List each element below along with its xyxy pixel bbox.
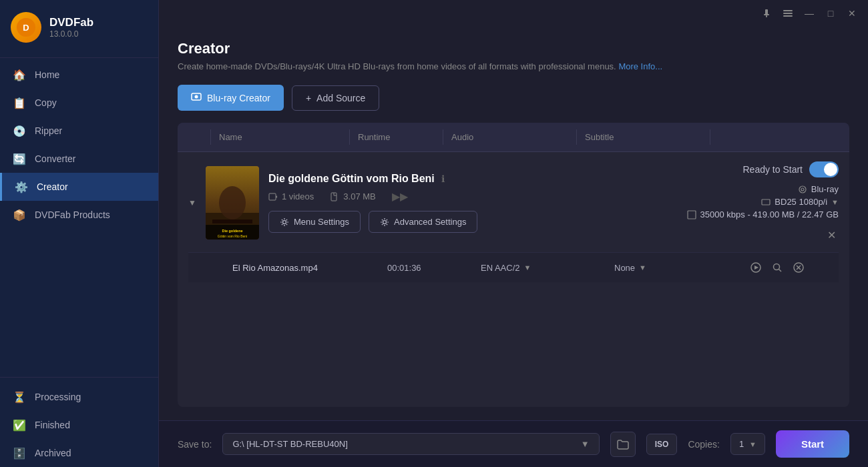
svg-point-22	[799, 186, 806, 193]
pin-button[interactable]	[757, 4, 776, 23]
bluray-creator-button[interactable]: Blu-ray Creator	[178, 85, 284, 111]
menu-button[interactable]	[779, 4, 797, 23]
sidebar-item-processing[interactable]: ⏳ Processing	[0, 383, 158, 411]
menu-settings-label: Menu Settings	[294, 217, 349, 227]
start-label: Start	[801, 438, 824, 450]
toggle-knob	[824, 163, 837, 176]
file-play-button[interactable]	[748, 260, 764, 276]
menu-settings-button[interactable]: Menu Settings	[268, 211, 361, 233]
svg-rect-7	[783, 15, 793, 17]
main-content: — □ ✕ Creator Create home-made DVDs/Blu-…	[159, 0, 868, 467]
add-source-button[interactable]: + Add Source	[292, 85, 379, 111]
svg-rect-25	[688, 211, 696, 219]
sidebar-item-label-archived: Archived	[35, 448, 71, 458]
sidebar-divider-bottom	[0, 377, 158, 378]
app-logo: D	[11, 12, 41, 43]
svg-rect-5	[783, 10, 793, 11]
svg-line-29	[779, 270, 782, 272]
file-actions	[748, 260, 828, 276]
iso-button[interactable]: ISO	[646, 434, 678, 455]
format-type-label: Blu-ray	[811, 184, 839, 194]
svg-point-9	[195, 95, 198, 99]
bottom-bar: Save to: G:\ [HL-DT-ST BD-REBU40N] ▼ ISO…	[159, 420, 868, 467]
file-audio[interactable]: EN AAC/2 ▼	[481, 263, 614, 273]
content-table: Name Runtime Audio Subtitle ▼	[178, 123, 849, 407]
save-path-text: G:\ [HL-DT-ST BD-REBU40N]	[232, 439, 347, 449]
sidebar-item-converter[interactable]: 🔄 Converter	[0, 145, 158, 173]
advanced-settings-button[interactable]: Advanced Settings	[369, 211, 477, 233]
start-button[interactable]: Start	[776, 430, 849, 458]
th-collapse	[178, 129, 211, 145]
th-actions	[710, 129, 849, 145]
sidebar-item-label-creator: Creator	[37, 181, 68, 192]
svg-point-23	[801, 188, 804, 191]
sidebar-item-home[interactable]: 🏠 Home	[0, 61, 158, 89]
save-path-selector[interactable]: G:\ [HL-DT-ST BD-REBU40N] ▼	[222, 433, 599, 455]
copies-chevron-icon: ▼	[749, 440, 756, 448]
folder-browse-button[interactable]	[610, 432, 636, 457]
copies-value: 1	[739, 439, 744, 449]
ready-status: Ready to Start	[743, 161, 839, 177]
finished-icon: ✅	[13, 419, 25, 431]
svg-marker-27	[754, 266, 758, 270]
table-header: Name Runtime Audio Subtitle	[178, 123, 849, 152]
maximize-button[interactable]: □	[821, 4, 840, 23]
movie-row: ▼	[178, 152, 849, 292]
movie-title: Die goldene Göttin vom Rio Beni	[268, 173, 435, 185]
svg-rect-3	[764, 14, 769, 15]
file-delete-button[interactable]	[791, 260, 807, 276]
toolbar: Blu-ray Creator + Add Source	[178, 85, 849, 111]
advanced-settings-label: Advanced Settings	[394, 217, 466, 227]
copies-selector[interactable]: 1 ▼	[730, 433, 765, 455]
th-runtime: Runtime	[350, 129, 443, 145]
save-path-chevron-icon: ▼	[581, 439, 590, 449]
movie-header: ▼	[188, 161, 839, 244]
svg-text:Die goldene: Die goldene	[222, 229, 242, 233]
movie-title-row: Die goldene Göttin vom Rio Beni ℹ	[268, 173, 629, 185]
svg-rect-13	[212, 219, 252, 223]
movie-meta: 1 videos 3.07 MB ▶▶	[268, 190, 629, 203]
file-size: 3.07 MB	[330, 190, 375, 203]
add-source-icon: +	[306, 93, 311, 103]
sidebar-item-archived[interactable]: 🗄️ Archived	[0, 439, 158, 467]
sidebar-item-finished[interactable]: ✅ Finished	[0, 411, 158, 439]
close-button[interactable]: ✕	[843, 4, 861, 23]
sidebar-item-label-dvdfab-products: DVDFab Products	[35, 209, 110, 220]
app-name: DVDFab	[49, 16, 93, 29]
sidebar-item-dvdfab-products[interactable]: 📦 DVDFab Products	[0, 201, 158, 229]
copies-label: Copies:	[688, 439, 719, 450]
minimize-button[interactable]: —	[800, 4, 819, 23]
sidebar-item-ripper[interactable]: 💿 Ripper	[0, 117, 158, 145]
creator-icon: ⚙️	[15, 181, 27, 193]
svg-point-20	[282, 220, 286, 223]
archived-icon: 🗄️	[13, 447, 25, 459]
more-info-link[interactable]: More Info...	[618, 61, 662, 71]
file-subtitle[interactable]: None ▼	[614, 263, 748, 273]
add-source-label: Add Source	[316, 93, 365, 103]
sidebar-item-copy[interactable]: 📋 Copy	[0, 89, 158, 117]
quality-label: BD25 1080p/i	[775, 197, 827, 207]
ready-toggle[interactable]	[809, 161, 839, 177]
ff-icon: ▶▶	[392, 190, 408, 203]
collapse-arrow[interactable]: ▼	[188, 198, 196, 207]
movie-poster: Die goldene Göttin vom Rio Beni	[206, 166, 259, 240]
file-search-button[interactable]	[769, 260, 785, 276]
page-title: Creator	[178, 40, 849, 57]
sidebar-item-label-finished: Finished	[35, 420, 70, 430]
movie-info-icon[interactable]: ℹ	[441, 173, 445, 184]
svg-rect-4	[766, 15, 767, 17]
th-subtitle: Subtitle	[577, 129, 710, 145]
svg-text:Göttin vom Rio Beni: Göttin vom Rio Beni	[218, 234, 247, 238]
file-name: El Rio Amazonas.mp4	[232, 263, 387, 273]
audio-chevron-icon: ▼	[524, 264, 531, 272]
sidebar-item-label-converter: Converter	[35, 153, 75, 164]
svg-point-28	[774, 264, 780, 270]
audio-value: EN AAC/2	[481, 263, 520, 273]
file-row: El Rio Amazonas.mp4 00:01:36 EN AAC/2 ▼ …	[188, 252, 839, 282]
titlebar: — □ ✕	[159, 0, 868, 27]
format-type: Blu-ray	[798, 184, 839, 194]
subtitle-chevron-icon: ▼	[639, 264, 646, 272]
processing-icon: ⏳	[13, 391, 25, 403]
sidebar-item-creator[interactable]: ⚙️ Creator	[0, 173, 158, 201]
movie-close-button[interactable]: ✕	[825, 226, 839, 244]
